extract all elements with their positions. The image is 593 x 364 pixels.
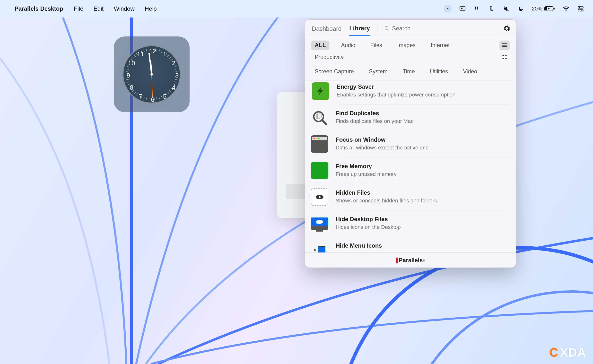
svg-point-19 xyxy=(505,55,506,56)
filter-system[interactable]: System xyxy=(366,67,391,76)
filter-files[interactable]: Files xyxy=(367,41,386,50)
tool-title: Free Memory xyxy=(336,163,397,170)
hide-desktop-icon xyxy=(311,215,328,232)
filter-utilities[interactable]: Utilities xyxy=(427,67,451,76)
settings-button[interactable] xyxy=(503,25,511,32)
svg-line-23 xyxy=(322,120,326,124)
wifi-menubar-icon[interactable] xyxy=(562,5,570,12)
menu-file[interactable]: File xyxy=(74,5,83,12)
tool-hide-menu-icons[interactable]: Hide Menu Icons xyxy=(339,237,510,252)
search-field[interactable] xyxy=(384,25,496,32)
tool-free-memory[interactable]: Free Memory Frees up unused memory xyxy=(339,157,510,184)
svg-point-10 xyxy=(579,7,580,8)
battery-status[interactable]: 20% xyxy=(532,6,555,12)
clock-number: 8 xyxy=(130,84,133,91)
clock-face: 121234567891011 xyxy=(122,45,181,104)
xda-watermark: CXDA xyxy=(549,346,586,360)
filter-productivity[interactable]: Productivity xyxy=(311,52,347,62)
macos-menubar: Parallels Desktop File Edit Window Help … xyxy=(0,0,593,17)
svg-point-18 xyxy=(502,55,504,56)
do-not-disturb-icon[interactable] xyxy=(517,5,524,12)
tool-title: Find Duplicates xyxy=(336,110,413,117)
list-view-toggle[interactable] xyxy=(499,41,510,50)
tool-desc: Shows or conceals hidden files and folde… xyxy=(336,198,437,204)
svg-point-12 xyxy=(581,10,582,11)
watermark-text: XDA xyxy=(560,346,586,360)
tool-title: Energy Saver xyxy=(337,83,455,90)
clock-number: 11 xyxy=(137,51,144,58)
grid-view-toggle[interactable] xyxy=(499,52,510,61)
mute-menubar-icon[interactable] xyxy=(503,5,510,12)
filter-audio[interactable]: Audio xyxy=(338,41,359,50)
menu-edit[interactable]: Edit xyxy=(94,5,104,12)
clock-widget[interactable]: 121234567891011 xyxy=(114,36,190,112)
watermark-prefix: C xyxy=(549,346,558,360)
menu-window[interactable]: Window xyxy=(114,5,134,12)
svg-line-14 xyxy=(388,29,389,30)
dropbox-menubar-icon[interactable] xyxy=(473,5,481,12)
filter-screen-capture[interactable]: Screen Capture xyxy=(311,67,357,76)
tool-title: Hide Desktop Files xyxy=(336,216,401,223)
tab-dashboard[interactable]: Dashboard xyxy=(311,21,342,36)
battery-percent-label: 20% xyxy=(532,6,542,12)
tool-title: Hide Menu Icons xyxy=(336,242,382,249)
clock-number: 3 xyxy=(175,72,179,79)
toolbox-footer: || Parallels® xyxy=(305,252,516,268)
filter-images[interactable]: Images xyxy=(394,41,419,50)
footer-brand-label: Parallels xyxy=(399,257,423,264)
filter-time[interactable]: Time xyxy=(399,67,418,76)
tool-desc: Finds duplicate files on your Mac xyxy=(336,118,413,124)
toolbox-list[interactable]: Energy Saver Enables settings that optim… xyxy=(305,80,516,252)
filter-all[interactable]: ALL xyxy=(311,41,329,50)
toolbox-filter-bar: ALL Audio Files Images Internet Producti… xyxy=(305,37,516,80)
clock-number: 10 xyxy=(128,60,135,67)
svg-point-20 xyxy=(502,58,504,59)
energy-saver-icon xyxy=(312,82,329,100)
tool-focus-on-window[interactable]: Focus on Window Dims all windows except … xyxy=(339,131,510,157)
tool-title: Hidden Files xyxy=(336,189,437,196)
svg-point-8 xyxy=(566,10,567,11)
menu-help[interactable]: Help xyxy=(145,5,157,12)
tool-hidden-files[interactable]: Hidden Files Shows or conceals hidden fi… xyxy=(339,184,510,210)
clock-number: 12 xyxy=(149,47,156,55)
parallels-toolbox-window: Dashboard Library ALL Audio Files Images… xyxy=(305,19,516,268)
toolbox-header: Dashboard Library xyxy=(305,20,516,37)
divider xyxy=(377,24,377,33)
parallels-toolbox-menubar-icon[interactable] xyxy=(444,5,452,12)
tool-title: Focus on Window xyxy=(336,136,429,143)
free-memory-icon xyxy=(311,162,328,179)
tool-find-duplicates[interactable]: Find Duplicates Finds duplicate files on… xyxy=(339,104,510,131)
hidden-files-icon xyxy=(311,188,328,206)
clock-number: 9 xyxy=(127,72,130,79)
clock-number: 2 xyxy=(172,60,175,67)
focus-window-icon xyxy=(311,135,328,153)
tool-hide-desktop-files[interactable]: Hide Desktop Files Hides icons on the De… xyxy=(339,210,510,237)
parallels-logo-icon: || xyxy=(396,256,397,264)
app-name[interactable]: Parallels Desktop xyxy=(15,5,63,12)
svg-rect-7 xyxy=(545,7,547,10)
hide-menu-icons-icon xyxy=(311,241,328,252)
svg-point-21 xyxy=(505,58,506,59)
attachment-menubar-icon[interactable] xyxy=(488,5,495,12)
filter-video[interactable]: Video xyxy=(460,67,480,76)
svg-point-27 xyxy=(319,196,321,198)
tool-desc: Dims all windows except the active one xyxy=(336,145,429,151)
control-center-icon[interactable] xyxy=(577,5,584,12)
svg-rect-25 xyxy=(318,113,322,118)
find-duplicates-icon xyxy=(311,109,328,126)
svg-rect-6 xyxy=(553,8,554,10)
search-input[interactable] xyxy=(392,25,441,32)
filter-internet[interactable]: Internet xyxy=(427,41,453,50)
tool-desc: Enables settings that optimize power con… xyxy=(337,92,455,98)
display-menubar-icon[interactable] xyxy=(459,5,466,12)
tab-library[interactable]: Library xyxy=(349,20,370,36)
search-icon xyxy=(384,26,390,31)
tool-desc: Hides icons on the Desktop xyxy=(336,224,401,230)
svg-rect-3 xyxy=(461,8,462,9)
tool-desc: Frees up unused memory xyxy=(336,171,397,177)
svg-point-13 xyxy=(385,26,388,29)
tool-energy-saver[interactable]: Energy Saver Enables settings that optim… xyxy=(305,80,516,104)
